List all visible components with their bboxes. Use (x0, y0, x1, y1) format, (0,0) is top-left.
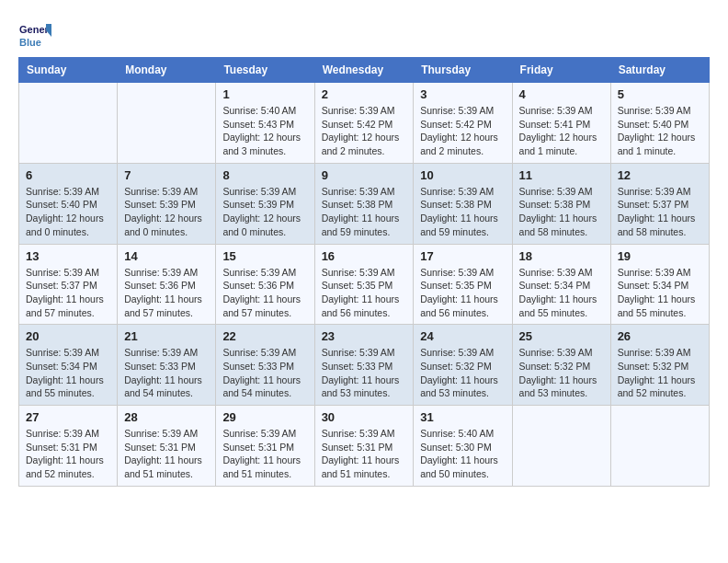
header-friday: Friday (512, 58, 610, 83)
day-number: 6 (26, 168, 110, 182)
day-number: 1 (222, 87, 307, 101)
header-wednesday: Wednesday (314, 58, 414, 83)
day-info: Sunrise: 5:39 AMSunset: 5:31 PMDaylight:… (222, 427, 307, 481)
day-number: 30 (322, 410, 407, 424)
header-tuesday: Tuesday (216, 58, 314, 83)
day-info: Sunrise: 5:39 AMSunset: 5:33 PMDaylight:… (124, 346, 209, 400)
day-info: Sunrise: 5:40 AMSunset: 5:30 PMDaylight:… (420, 427, 505, 481)
day-number: 20 (26, 329, 110, 343)
table-cell: 24Sunrise: 5:39 AMSunset: 5:32 PMDayligh… (414, 325, 512, 406)
table-cell: 21Sunrise: 5:39 AMSunset: 5:33 PMDayligh… (118, 325, 216, 406)
day-number: 5 (618, 87, 702, 101)
day-number: 4 (519, 87, 604, 101)
day-info: Sunrise: 5:39 AMSunset: 5:32 PMDaylight:… (618, 346, 702, 400)
day-number: 17 (420, 249, 505, 263)
day-number: 28 (124, 410, 209, 424)
day-info: Sunrise: 5:39 AMSunset: 5:37 PMDaylight:… (26, 266, 110, 320)
day-info: Sunrise: 5:39 AMSunset: 5:36 PMDaylight:… (222, 266, 307, 320)
table-cell: 14Sunrise: 5:39 AMSunset: 5:36 PMDayligh… (118, 244, 216, 325)
day-number: 27 (26, 410, 110, 424)
svg-text:Blue: Blue (19, 37, 41, 48)
day-info: Sunrise: 5:39 AMSunset: 5:35 PMDaylight:… (420, 266, 505, 320)
day-number: 23 (322, 329, 407, 343)
day-number: 7 (124, 168, 209, 182)
table-cell: 25Sunrise: 5:39 AMSunset: 5:32 PMDayligh… (512, 325, 610, 406)
day-info: Sunrise: 5:39 AMSunset: 5:38 PMDaylight:… (322, 185, 407, 239)
day-info: Sunrise: 5:39 AMSunset: 5:32 PMDaylight:… (420, 346, 505, 400)
day-number: 13 (26, 249, 110, 263)
day-info: Sunrise: 5:39 AMSunset: 5:34 PMDaylight:… (618, 266, 702, 320)
calendar-table: SundayMondayTuesdayWednesdayThursdayFrid… (18, 57, 710, 487)
day-info: Sunrise: 5:39 AMSunset: 5:31 PMDaylight:… (124, 427, 209, 481)
table-cell: 30Sunrise: 5:39 AMSunset: 5:31 PMDayligh… (314, 406, 414, 487)
table-cell: 22Sunrise: 5:39 AMSunset: 5:33 PMDayligh… (216, 325, 314, 406)
header-thursday: Thursday (414, 58, 512, 83)
day-info: Sunrise: 5:39 AMSunset: 5:40 PMDaylight:… (26, 185, 110, 239)
day-info: Sunrise: 5:39 AMSunset: 5:40 PMDaylight:… (618, 104, 702, 158)
table-cell (512, 406, 610, 487)
day-number: 24 (420, 329, 505, 343)
table-cell: 10Sunrise: 5:39 AMSunset: 5:38 PMDayligh… (414, 163, 512, 244)
table-cell: 11Sunrise: 5:39 AMSunset: 5:38 PMDayligh… (512, 163, 610, 244)
day-number: 3 (420, 87, 505, 101)
day-number: 26 (618, 329, 702, 343)
header-saturday: Saturday (610, 58, 709, 83)
table-cell: 3Sunrise: 5:39 AMSunset: 5:42 PMDaylight… (414, 83, 512, 164)
logo-icon: General Blue (18, 18, 51, 52)
day-number: 11 (519, 168, 604, 182)
day-info: Sunrise: 5:39 AMSunset: 5:38 PMDaylight:… (420, 185, 505, 239)
day-number: 12 (618, 168, 702, 182)
day-number: 10 (420, 168, 505, 182)
table-cell: 7Sunrise: 5:39 AMSunset: 5:39 PMDaylight… (118, 163, 216, 244)
table-cell (19, 83, 118, 164)
day-info: Sunrise: 5:39 AMSunset: 5:34 PMDaylight:… (26, 346, 110, 400)
table-cell: 13Sunrise: 5:39 AMSunset: 5:37 PMDayligh… (19, 244, 118, 325)
table-cell: 29Sunrise: 5:39 AMSunset: 5:31 PMDayligh… (216, 406, 314, 487)
table-cell: 28Sunrise: 5:39 AMSunset: 5:31 PMDayligh… (118, 406, 216, 487)
table-cell: 23Sunrise: 5:39 AMSunset: 5:33 PMDayligh… (314, 325, 414, 406)
day-info: Sunrise: 5:39 AMSunset: 5:36 PMDaylight:… (124, 266, 209, 320)
day-number: 18 (519, 249, 604, 263)
day-info: Sunrise: 5:39 AMSunset: 5:31 PMDaylight:… (26, 427, 110, 481)
table-cell: 27Sunrise: 5:39 AMSunset: 5:31 PMDayligh… (19, 406, 118, 487)
table-cell: 2Sunrise: 5:39 AMSunset: 5:42 PMDaylight… (314, 83, 414, 164)
day-info: Sunrise: 5:39 AMSunset: 5:37 PMDaylight:… (618, 185, 702, 239)
day-info: Sunrise: 5:39 AMSunset: 5:42 PMDaylight:… (420, 104, 505, 158)
table-cell: 15Sunrise: 5:39 AMSunset: 5:36 PMDayligh… (216, 244, 314, 325)
day-info: Sunrise: 5:39 AMSunset: 5:33 PMDaylight:… (222, 346, 307, 400)
table-cell: 9Sunrise: 5:39 AMSunset: 5:38 PMDaylight… (314, 163, 414, 244)
day-info: Sunrise: 5:39 AMSunset: 5:39 PMDaylight:… (222, 185, 307, 239)
table-cell (610, 406, 709, 487)
day-number: 14 (124, 249, 209, 263)
day-number: 31 (420, 410, 505, 424)
table-cell: 17Sunrise: 5:39 AMSunset: 5:35 PMDayligh… (414, 244, 512, 325)
day-info: Sunrise: 5:39 AMSunset: 5:32 PMDaylight:… (519, 346, 604, 400)
day-info: Sunrise: 5:39 AMSunset: 5:41 PMDaylight:… (519, 104, 604, 158)
day-number: 19 (618, 249, 702, 263)
day-info: Sunrise: 5:39 AMSunset: 5:34 PMDaylight:… (519, 266, 604, 320)
table-cell: 18Sunrise: 5:39 AMSunset: 5:34 PMDayligh… (512, 244, 610, 325)
day-number: 15 (222, 249, 307, 263)
day-info: Sunrise: 5:39 AMSunset: 5:39 PMDaylight:… (124, 185, 209, 239)
day-info: Sunrise: 5:40 AMSunset: 5:43 PMDaylight:… (222, 104, 307, 158)
header-monday: Monday (118, 58, 216, 83)
day-info: Sunrise: 5:39 AMSunset: 5:35 PMDaylight:… (322, 266, 407, 320)
header-sunday: Sunday (19, 58, 118, 83)
table-cell: 26Sunrise: 5:39 AMSunset: 5:32 PMDayligh… (610, 325, 709, 406)
table-cell: 4Sunrise: 5:39 AMSunset: 5:41 PMDaylight… (512, 83, 610, 164)
table-cell: 5Sunrise: 5:39 AMSunset: 5:40 PMDaylight… (610, 83, 709, 164)
day-number: 22 (222, 329, 307, 343)
day-info: Sunrise: 5:39 AMSunset: 5:33 PMDaylight:… (322, 346, 407, 400)
day-info: Sunrise: 5:39 AMSunset: 5:31 PMDaylight:… (322, 427, 407, 481)
table-cell: 31Sunrise: 5:40 AMSunset: 5:30 PMDayligh… (414, 406, 512, 487)
table-cell: 6Sunrise: 5:39 AMSunset: 5:40 PMDaylight… (19, 163, 118, 244)
day-number: 21 (124, 329, 209, 343)
table-cell (118, 83, 216, 164)
day-number: 25 (519, 329, 604, 343)
table-cell: 19Sunrise: 5:39 AMSunset: 5:34 PMDayligh… (610, 244, 709, 325)
day-number: 16 (322, 249, 407, 263)
day-info: Sunrise: 5:39 AMSunset: 5:38 PMDaylight:… (519, 185, 604, 239)
day-number: 2 (322, 87, 407, 101)
day-number: 9 (322, 168, 407, 182)
logo: General Blue (18, 18, 51, 52)
